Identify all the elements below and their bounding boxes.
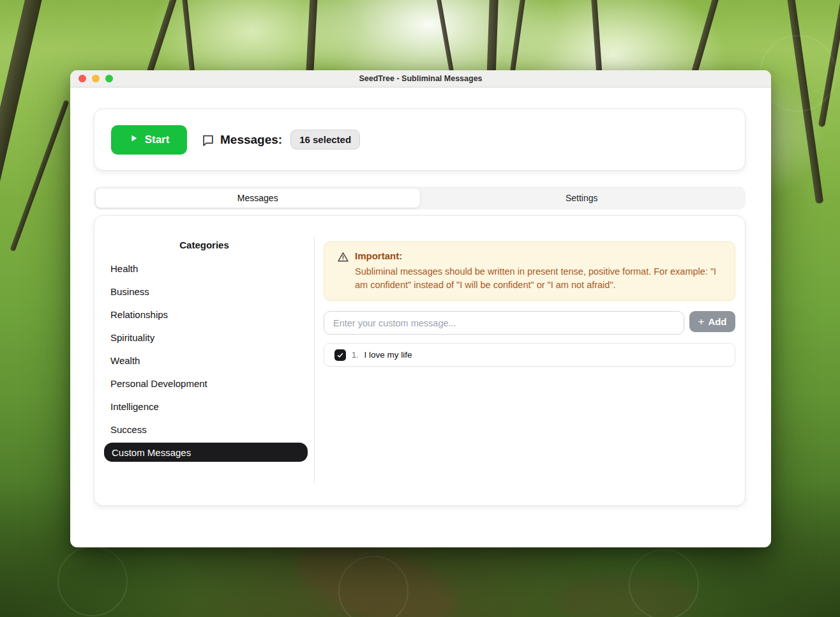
checkmark-icon <box>336 351 344 359</box>
window-title: SeedTree - Subliminal Messages <box>359 74 482 83</box>
category-item-health[interactable]: Health <box>94 257 314 280</box>
play-icon <box>129 133 139 146</box>
category-item-spirituality[interactable]: Spirituality <box>94 326 314 349</box>
add-message-row: + Add <box>324 311 735 335</box>
main-card: Categories Health Business Relationships… <box>94 215 746 506</box>
custom-message-input[interactable] <box>324 311 684 335</box>
category-item-personal-development[interactable]: Personal Development <box>94 372 314 395</box>
warning-title: Important: <box>355 250 722 261</box>
tab-settings[interactable]: Settings <box>420 188 744 208</box>
plus-icon: + <box>698 316 704 327</box>
close-icon[interactable] <box>79 75 86 82</box>
add-button[interactable]: + Add <box>689 311 735 332</box>
chat-bubble-icon <box>201 133 215 147</box>
tree-trunk <box>0 0 45 235</box>
categories-list: Health Business Relationships Spirituali… <box>94 257 314 462</box>
start-button-label: Start <box>145 133 170 146</box>
watermark-ring <box>57 546 128 616</box>
warning-body: Subliminal messages should be written in… <box>355 265 722 291</box>
categories-panel: Categories Health Business Relationships… <box>94 216 314 505</box>
message-list-item: 1. I love my life <box>324 343 735 367</box>
app-window: SeedTree - Subliminal Messages Start Mes… <box>70 70 771 547</box>
category-item-intelligence[interactable]: Intelligence <box>94 395 314 418</box>
window-titlebar[interactable]: SeedTree - Subliminal Messages <box>70 70 771 88</box>
zoom-icon[interactable] <box>105 75 113 82</box>
add-button-label: Add <box>708 316 726 327</box>
category-item-custom-messages[interactable]: Custom Messages <box>104 443 308 462</box>
warning-content: Important: Subliminal messages should be… <box>355 250 722 291</box>
message-number: 1. <box>352 351 358 360</box>
selected-count-badge: 16 selected <box>290 130 360 149</box>
watermark-ring <box>760 35 836 112</box>
watermark-ring <box>629 549 699 617</box>
tab-bar: Messages Settings <box>94 187 746 209</box>
tab-messages[interactable]: Messages <box>96 188 420 208</box>
window-body: Start Messages: 16 selected Messages Set… <box>70 88 771 506</box>
categories-header: Categories <box>94 239 314 252</box>
message-checkbox-checked[interactable] <box>334 349 346 361</box>
message-text: I love my life <box>364 350 412 360</box>
traffic-lights <box>79 70 113 87</box>
messages-label: Messages: <box>220 133 282 147</box>
category-item-success[interactable]: Success <box>94 418 314 441</box>
warning-triangle-icon <box>337 251 349 291</box>
category-item-business[interactable]: Business <box>94 280 314 303</box>
control-card: Start Messages: 16 selected <box>94 109 746 171</box>
category-item-relationships[interactable]: Relationships <box>94 303 314 326</box>
start-button[interactable]: Start <box>111 125 187 155</box>
category-item-wealth[interactable]: Wealth <box>94 349 314 372</box>
custom-messages-panel: Important: Subliminal messages should be… <box>315 216 745 505</box>
minimize-icon[interactable] <box>92 75 100 82</box>
warning-banner: Important: Subliminal messages should be… <box>324 241 735 301</box>
tree-trunk <box>10 100 69 252</box>
